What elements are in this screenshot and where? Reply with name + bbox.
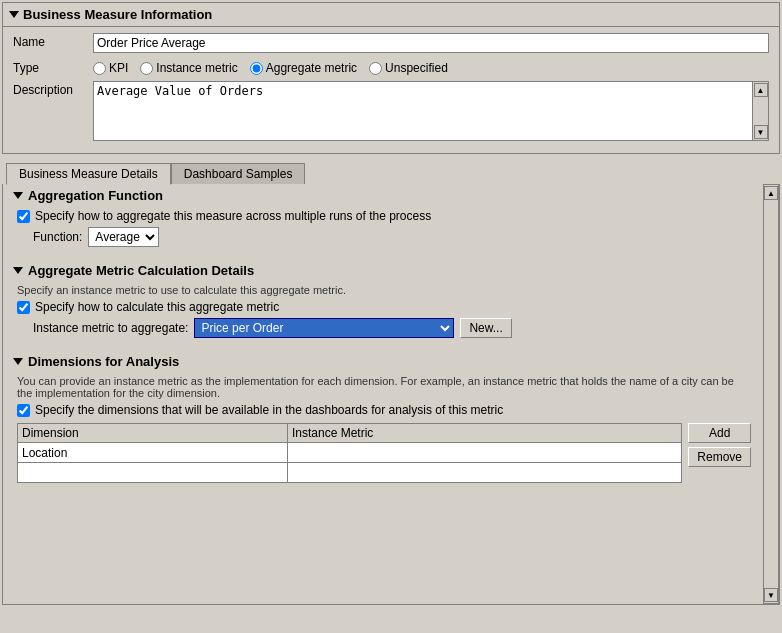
name-row: Name <box>13 33 769 53</box>
aggregation-title: Aggregation Function <box>28 188 163 203</box>
tab-business-measure-details[interactable]: Business Measure Details <box>6 163 171 185</box>
aggregation-checkbox-row: Specify how to aggregate this measure ac… <box>13 209 751 223</box>
dimensions-title: Dimensions for Analysis <box>28 354 179 369</box>
function-label: Function: <box>33 230 82 244</box>
panel-header: Business Measure Information <box>3 3 779 27</box>
radio-unspecified-label: Unspecified <box>385 61 448 75</box>
calculation-collapse-icon[interactable] <box>13 267 23 274</box>
aggregation-checkbox-label: Specify how to aggregate this measure ac… <box>35 209 431 223</box>
right-scrollbar: ▲ ▼ <box>763 184 779 604</box>
tabs-bar: Business Measure Details Dashboard Sampl… <box>0 156 782 184</box>
description-row: Description Average Value of Orders ▲ ▼ <box>13 81 769 141</box>
dimensions-header: Dimensions for Analysis <box>13 354 751 369</box>
business-measure-information-panel: Business Measure Information Name Type K… <box>2 2 780 154</box>
calculation-section: Aggregate Metric Calculation Details Spe… <box>3 259 761 350</box>
radio-kpi: KPI <box>93 61 128 75</box>
radio-unspecified: Unspecified <box>369 61 448 75</box>
add-button[interactable]: Add <box>688 423 751 443</box>
calculation-checkbox[interactable] <box>17 301 30 314</box>
description-textarea[interactable]: Average Value of Orders <box>93 81 753 141</box>
function-select[interactable]: Average Sum Min Max Count <box>88 227 159 247</box>
new-button[interactable]: New... <box>460 318 511 338</box>
dimensions-section: Dimensions for Analysis You can provide … <box>3 350 761 489</box>
dimensions-collapse-icon[interactable] <box>13 358 23 365</box>
metric-cell-2[interactable] <box>288 463 682 483</box>
calculation-title: Aggregate Metric Calculation Details <box>28 263 254 278</box>
scrollable-content: Aggregation Function Specify how to aggr… <box>3 184 779 604</box>
radio-aggregate-label: Aggregate metric <box>266 61 357 75</box>
dimensions-checkbox-label: Specify the dimensions that will be avai… <box>35 403 503 417</box>
calculation-checkbox-label: Specify how to calculate this aggregate … <box>35 300 279 314</box>
scroll-bottom-btn[interactable]: ▼ <box>764 588 778 602</box>
description-wrap: Average Value of Orders ▲ ▼ <box>93 81 769 141</box>
aggregation-collapse-icon[interactable] <box>13 192 23 199</box>
metric-cell-1[interactable] <box>288 443 682 463</box>
dimensions-table-head: Dimension Instance Metric <box>18 424 682 443</box>
tab-content: Aggregation Function Specify how to aggr… <box>3 184 779 604</box>
function-row: Function: Average Sum Min Max Count <box>13 227 751 247</box>
name-input-wrap <box>93 33 769 53</box>
dimensions-table-body: Location <box>18 443 682 483</box>
radio-instance-input[interactable] <box>140 62 153 75</box>
remove-button[interactable]: Remove <box>688 447 751 467</box>
collapse-icon[interactable] <box>9 11 19 18</box>
dimensions-checkbox[interactable] <box>17 404 30 417</box>
col-instance-metric: Instance Metric <box>288 424 682 443</box>
radio-instance-label: Instance metric <box>156 61 237 75</box>
instance-metric-label: Instance metric to aggregate: <box>33 321 188 335</box>
radio-unspecified-input[interactable] <box>369 62 382 75</box>
calculation-intro: Specify an instance metric to use to cal… <box>13 284 751 296</box>
scroll-down-btn[interactable]: ▼ <box>754 125 768 139</box>
type-label: Type <box>13 59 93 75</box>
description-label: Description <box>13 81 93 97</box>
dimensions-table: Dimension Instance Metric Location <box>17 423 682 483</box>
radio-aggregate: Aggregate metric <box>250 61 357 75</box>
panel-title: Business Measure Information <box>23 7 212 22</box>
scroll-top-btn[interactable]: ▲ <box>764 186 778 200</box>
radio-aggregate-input[interactable] <box>250 62 263 75</box>
dimensions-checkbox-row: Specify the dimensions that will be avai… <box>13 403 751 417</box>
aggregation-section: Aggregation Function Specify how to aggr… <box>3 184 761 259</box>
info-form: Name Type KPI Instance metric Aggregate … <box>3 27 779 153</box>
dimensions-description: You can provide an instance metric as th… <box>13 375 751 399</box>
calculation-checkbox-row: Specify how to calculate this aggregate … <box>13 300 751 314</box>
table-action-buttons: Add Remove <box>688 423 751 483</box>
table-row: Location <box>18 443 682 463</box>
type-row: Type KPI Instance metric Aggregate metri… <box>13 59 769 75</box>
table-row <box>18 463 682 483</box>
name-label: Name <box>13 33 93 49</box>
radio-instance: Instance metric <box>140 61 237 75</box>
radio-kpi-label: KPI <box>109 61 128 75</box>
aggregation-header: Aggregation Function <box>13 188 751 203</box>
description-scrollbar: ▲ ▼ <box>753 81 769 141</box>
instance-metric-select[interactable]: Price per Order <box>194 318 454 338</box>
dimension-cell-1[interactable]: Location <box>18 443 288 463</box>
dimension-cell-2[interactable] <box>18 463 288 483</box>
scroll-up-btn[interactable]: ▲ <box>754 83 768 97</box>
type-radio-group: KPI Instance metric Aggregate metric Uns… <box>93 59 448 75</box>
calculation-header: Aggregate Metric Calculation Details <box>13 263 751 278</box>
col-dimension: Dimension <box>18 424 288 443</box>
radio-kpi-input[interactable] <box>93 62 106 75</box>
name-input[interactable] <box>93 33 769 53</box>
dimensions-table-wrap: Dimension Instance Metric Location <box>13 423 751 483</box>
aggregation-checkbox[interactable] <box>17 210 30 223</box>
dimensions-header-row: Dimension Instance Metric <box>18 424 682 443</box>
instance-metric-row: Instance metric to aggregate: Price per … <box>13 318 751 338</box>
tab-dashboard-samples[interactable]: Dashboard Samples <box>171 163 306 185</box>
